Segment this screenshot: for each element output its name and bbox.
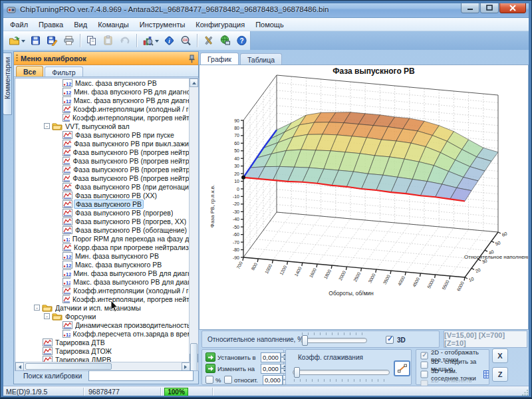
menu-item-5[interactable]: Конфигурация [190, 19, 250, 30]
menu-item-0[interactable]: Файл [5, 19, 33, 30]
fill-slider-track[interactable] [301, 338, 367, 343]
tree-item[interactable]: 12Мин. фаза впускного РВ для диагностики [15, 87, 190, 96]
svg-text:12: 12 [66, 279, 70, 285]
tree-item[interactable]: Тарировка ДТОЖ [15, 346, 190, 355]
tree-item[interactable]: 12Макс. фаза впускного РВ для диагностик… [15, 96, 190, 104]
relative-checkbox[interactable] [224, 376, 232, 384]
pin-icon[interactable] [188, 54, 196, 66]
comments-side-tab[interactable]: Комментарии [3, 53, 12, 115]
tree-item[interactable]: Фаза выпускного РВ (прогрев, ХХ) [15, 217, 190, 225]
tab-Таблица[interactable]: Таблица [240, 53, 282, 65]
tree-item[interactable]: Фаза выпускного РВ (обогащение) [15, 225, 190, 234]
option-checkbox-2[interactable] [420, 370, 428, 378]
toolbar-copy-button[interactable] [83, 33, 100, 49]
tree-item[interactable]: 12Коэфф.пересчета отн.заряда в время впр… [15, 329, 190, 338]
toolbar-save-button[interactable] [27, 33, 44, 49]
toolbar-print-button[interactable] [61, 33, 77, 49]
apply-smoothing-button[interactable] [394, 360, 410, 376]
scroll-thumb[interactable] [190, 343, 198, 371]
tree-folder[interactable]: -Форсунки [15, 312, 190, 321]
menu-item-1[interactable]: Правка [33, 19, 68, 30]
smoothing-slider[interactable] [293, 367, 390, 378]
axis-z-button[interactable]: Z [492, 367, 508, 382]
tree-item[interactable]: Фаза выпускного РВ (при детонации) [15, 182, 190, 191]
toolbar-network-button[interactable] [217, 33, 233, 49]
fill-slider-thumb[interactable] [302, 335, 308, 346]
tree-item[interactable]: Тарировка ДТВ [15, 338, 190, 346]
change-by-spinner[interactable]: 0,000 [261, 364, 288, 374]
tab-График[interactable]: График [200, 53, 239, 65]
tree-item[interactable]: Коэфф.интерполяции, прогрев нейтр. (холо… [15, 295, 190, 303]
scroll-up-button[interactable] [190, 78, 198, 87]
toolbar-tools-button[interactable] [200, 33, 217, 49]
toolbar-zoom-bin-button[interactable]: 110 [178, 33, 194, 49]
tree-item[interactable]: 12Макс. фаза выпускного РВ [15, 260, 190, 269]
smoothing-slider-thumb[interactable] [294, 367, 300, 378]
svg-text:10: 10 [468, 276, 475, 282]
tree-item[interactable]: 12Макс. фаза впускного РВ [15, 78, 190, 87]
toolbar-chart-view-button[interactable] [139, 33, 156, 49]
menu-item-4[interactable]: Инструменты [134, 19, 191, 30]
toolbar-open-file-button[interactable] [6, 33, 23, 49]
chart-area[interactable]: -90-80-70-60-50-40-30-20-100102030405060… [199, 65, 529, 330]
menu-item-6[interactable]: Помощь [250, 19, 289, 30]
maximize-button[interactable] [480, 2, 499, 13]
toolbar-save-edit-button[interactable] [44, 33, 61, 49]
collapse-expander[interactable]: - [44, 123, 50, 129]
toolbar-open-file-dropdown[interactable] [21, 40, 25, 45]
tree-item[interactable]: Коэфф.интерполяции (холодный / горячий ) [15, 104, 190, 113]
apply-set-button[interactable] [205, 352, 215, 362]
surface-3d-chart[interactable]: -90-80-70-60-50-40-30-20-100102030405060… [200, 65, 528, 329]
option-checkbox-0[interactable] [420, 352, 428, 359]
collapse-expander[interactable]: - [34, 305, 40, 311]
resize-grip[interactable] [522, 389, 529, 396]
tree-item[interactable]: Коэфф.интерполяции (холодный / горячий ) [15, 286, 190, 295]
tree-item[interactable]: Коэфф.интерполяции, прогрев нейтр. (холо… [15, 113, 190, 122]
set-to-spinner[interactable]: 0,000 [261, 352, 288, 362]
progress-badge: 100% [164, 388, 188, 396]
tree-item[interactable]: 12Мин. фаза выпускного РВ для диагностик… [15, 269, 190, 277]
toolbar-chart-view-dropdown[interactable] [155, 40, 159, 45]
apply-change-button[interactable] [205, 364, 215, 373]
toolbar-paste-button[interactable] [100, 33, 116, 49]
tree-vertical-scrollbar[interactable] [189, 78, 198, 362]
toolbar-undo-button[interactable] [116, 33, 133, 49]
option-checkbox-1[interactable] [420, 361, 428, 368]
tree-item-label: Фаза выпускного РВ (прогрев нейтрал., ХХ… [73, 166, 190, 174]
menu-item-3[interactable]: Команды [92, 19, 134, 30]
tree-item[interactable]: 12Мин. фаза выпускного РВ [15, 251, 190, 260]
tree-item[interactable]: Фаза выпускного РВ [15, 200, 190, 208]
close-button[interactable] [499, 2, 526, 13]
axis-x-button[interactable]: X [492, 348, 508, 363]
tree-item[interactable]: Фаза выпускного РВ (ХХ) [15, 191, 190, 200]
tree-item[interactable]: 12Макс. фаза выпускного РВ для диагности… [15, 277, 190, 286]
percent-checkbox[interactable] [205, 376, 213, 384]
titlebar[interactable]: ChipTuningPRO ver.7.4.8.969 - Antara32L_… [1, 1, 531, 18]
tree-item[interactable]: Фаза выпускного РВ при выкл.зажигания [15, 139, 190, 148]
tree-item[interactable]: Корр.фаза при прогреве нейтрализатора [15, 243, 190, 251]
tree-item[interactable]: Фаза выпускного РВ (прогрев нейтрализато… [15, 148, 190, 156]
tree-item[interactable]: Фаза выпускного РВ при пуске [15, 130, 190, 139]
svg-text:60: 60 [234, 141, 239, 146]
toolbar-info-button[interactable]: i [161, 33, 178, 49]
tree-item[interactable]: Фаза выпускного РВ (прогрев нейтрал., ХХ… [15, 165, 190, 174]
tree-item[interactable]: Фаза выпускного РВ (прогрев нейтрал., ХХ… [15, 174, 190, 182]
tree-folder[interactable]: -VVT, выпускной вал [15, 122, 190, 130]
smoothing-slider-track[interactable] [293, 370, 390, 375]
tree-item[interactable]: Фаза выпускного РВ (прогрев) [15, 208, 190, 217]
tree-item[interactable]: 12Порог RPM для перехода на фазу для реж… [15, 234, 190, 243]
toolbar-help-button[interactable]: ? [233, 33, 250, 49]
tree-item[interactable]: Фаза выпускного РВ (прогрев нейтрал., хо… [15, 156, 190, 165]
tree-folder[interactable]: -Датчики и исп. механизмы [15, 303, 190, 312]
drag-grip[interactable] [16, 55, 18, 63]
minimize-button[interactable] [461, 2, 479, 13]
tab-Фильтр[interactable]: Фильтр [45, 66, 82, 76]
panel-header[interactable]: Меню калибровок [14, 52, 198, 65]
collapse-expander[interactable]: - [44, 313, 50, 319]
mode-3d-checkbox[interactable] [386, 336, 394, 344]
calibration-search-input[interactable] [88, 370, 194, 381]
menu-item-2[interactable]: Вид [68, 19, 92, 30]
tree-item[interactable]: Динамическая производительность [15, 321, 190, 329]
tab-Все[interactable]: Все [16, 66, 43, 76]
fill-slider[interactable] [301, 335, 367, 346]
